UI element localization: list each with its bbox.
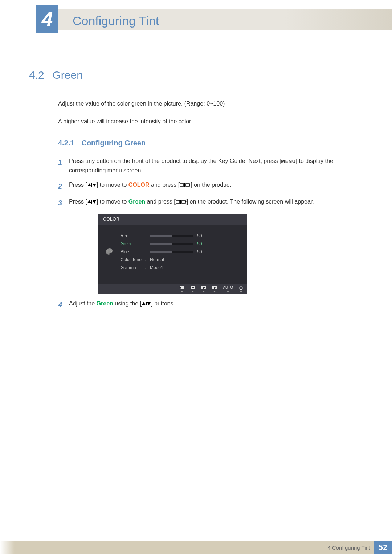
step-number: 4 <box>58 299 69 311</box>
step-text: Press [] to move to Green and press [] o… <box>69 197 363 209</box>
osd-row-green: 50 <box>150 240 242 248</box>
osd-row-red: 50 <box>150 232 242 240</box>
section-heading: 4.2 Green <box>29 69 363 81</box>
svg-marker-28 <box>142 302 146 305</box>
text: ] on the product. The following screen w… <box>187 198 314 205</box>
footer-text: 4 Configuring Tint <box>327 545 370 551</box>
subsection-number: 4.2.1 <box>58 139 80 147</box>
svg-point-15 <box>108 249 109 250</box>
page-number-box: 52 <box>374 541 392 554</box>
text: ] buttons. <box>151 300 175 307</box>
osd-item-blue: Blue <box>121 248 145 256</box>
step-4: 4 Adjust the Green using the [] buttons. <box>58 299 363 311</box>
slider-red <box>150 235 193 237</box>
text: ] to move to <box>97 198 128 205</box>
text: Press [ <box>69 198 87 205</box>
steps-list: 1 Press any button on the front of the p… <box>58 156 363 310</box>
step-2: 2 Press [] to move to COLOR and press []… <box>58 180 363 192</box>
osd-item-gamma: Gamma <box>121 264 145 272</box>
osd-row-gamma: Mode1 <box>150 264 242 272</box>
content-area: 4.2 Green Adjust the value of the color … <box>29 69 363 316</box>
intro-text: Adjust the value of the color green in t… <box>58 99 363 126</box>
osd-footer: AUTO <box>98 284 247 294</box>
page-footer: 4 Configuring Tint 52 <box>0 541 392 554</box>
menu-label: MENU <box>281 159 295 164</box>
osd-back-icon <box>179 286 184 292</box>
svg-marker-7 <box>87 200 91 203</box>
step-number: 1 <box>58 156 69 175</box>
osd-colons: ::::: <box>145 232 150 272</box>
text: Adjust the <box>69 300 97 307</box>
svg-rect-21 <box>192 287 194 288</box>
slider-blue <box>150 251 193 253</box>
text: Press [ <box>69 182 87 188</box>
highlight-green: Green <box>97 300 113 307</box>
svg-rect-11 <box>180 200 181 204</box>
text: and press [ <box>150 182 180 188</box>
svg-rect-27 <box>241 286 241 288</box>
up-down-icon <box>142 301 151 306</box>
intro-paragraph-1: Adjust the value of the color green in t… <box>58 99 363 108</box>
chapter-number-box: 4 <box>36 5 58 33</box>
svg-marker-19 <box>179 287 181 289</box>
osd-power-icon <box>239 286 243 293</box>
step-text: Press [] to move to COLOR and press [] o… <box>69 180 363 192</box>
step-number: 3 <box>58 197 69 209</box>
slider-green <box>150 243 193 245</box>
subsection-heading: 4.2.1 Configuring Green <box>58 139 363 147</box>
step-text: Adjust the Green using the [] buttons. <box>69 299 363 311</box>
value-gamma: Mode1 <box>150 265 163 270</box>
step-text: Press any button on the front of the pro… <box>69 156 363 175</box>
page-number: 52 <box>379 543 387 552</box>
chapter-number: 4 <box>42 8 53 31</box>
text: and press [ <box>145 198 176 205</box>
osd-minus-icon <box>190 286 195 292</box>
osd-auto-label: AUTO <box>223 286 233 292</box>
osd-row-blue: 50 <box>150 248 242 256</box>
svg-rect-29 <box>146 302 147 305</box>
osd-item-colortone: Color Tone <box>121 256 145 264</box>
osd-body: Red Green Blue Color Tone Gamma ::::: 50 <box>98 225 247 284</box>
intro-paragraph-2: A higher value will increase the intensi… <box>58 116 363 126</box>
osd-item-red: Red <box>121 232 145 240</box>
value-red: 50 <box>197 233 208 238</box>
up-down-icon <box>87 199 97 204</box>
osd-row-colortone: Normal <box>150 256 242 264</box>
svg-rect-1 <box>91 183 92 187</box>
osd-category-icon-col <box>103 232 116 272</box>
svg-rect-4 <box>184 183 185 187</box>
text: Press any button on the front of the pro… <box>69 158 281 164</box>
palette-icon <box>105 247 114 256</box>
osd-item-green: Green <box>121 240 145 248</box>
auto-text: AUTO <box>223 286 233 290</box>
step-number: 2 <box>58 180 69 192</box>
osd-labels: Red Green Blue Color Tone Gamma <box>116 232 145 272</box>
svg-point-16 <box>110 249 111 250</box>
osd-plus-icon <box>201 286 206 292</box>
svg-rect-24 <box>203 287 204 289</box>
chapter-title: Configuring Tint <box>73 14 159 28</box>
osd-header: COLOR <box>98 214 247 225</box>
osd-panel: COLOR Red Green Blue Color Tone Gamma ::… <box>98 214 247 294</box>
up-down-icon <box>87 182 97 188</box>
svg-point-14 <box>107 250 108 251</box>
text: using the [ <box>113 300 142 307</box>
value-colortone: Normal <box>150 257 164 262</box>
highlight-color: COLOR <box>128 182 150 188</box>
source-enter-icon <box>176 199 187 204</box>
subsection-title: Configuring Green <box>81 139 146 147</box>
osd-screenshot: COLOR Red Green Blue Color Tone Gamma ::… <box>98 214 247 294</box>
svg-rect-10 <box>176 200 180 203</box>
value-blue: 50 <box>197 249 208 254</box>
section-title: Green <box>52 69 82 81</box>
text: ] to move to <box>97 182 128 188</box>
section-number: 4.2 <box>29 69 51 81</box>
svg-rect-5 <box>186 184 189 186</box>
source-enter-icon <box>180 182 191 188</box>
svg-marker-2 <box>93 184 96 187</box>
svg-rect-8 <box>91 200 92 204</box>
text: ] on the product. <box>191 182 233 188</box>
svg-marker-9 <box>93 200 96 204</box>
svg-point-17 <box>111 251 112 252</box>
highlight-green: Green <box>128 198 145 205</box>
